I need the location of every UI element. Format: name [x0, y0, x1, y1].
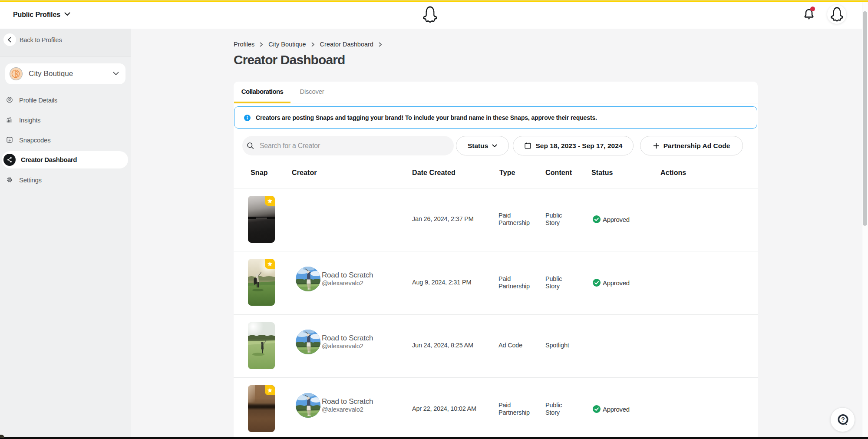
svg-text:?: ?	[841, 416, 845, 423]
